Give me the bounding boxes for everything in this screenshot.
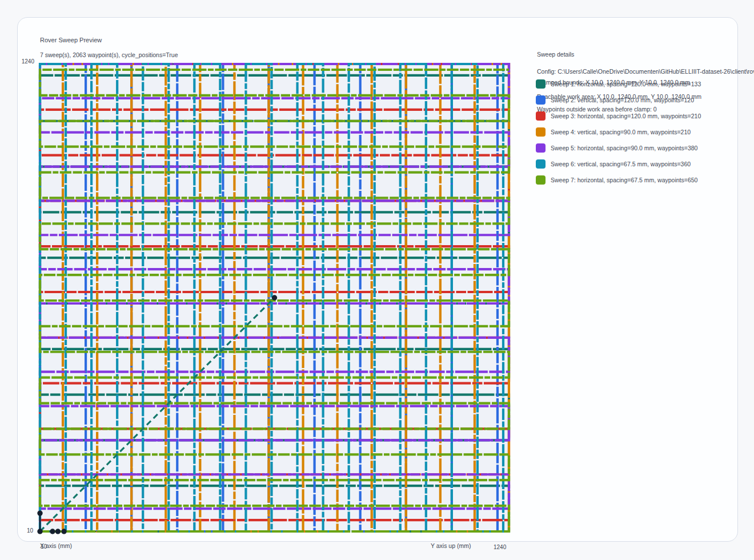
position-dot-6 [272, 295, 277, 300]
sweep-5-color-swatch [536, 143, 546, 153]
legend-item-sweep-3: Sweep 3: horizontal, spacing=120.0 mm, w… [536, 108, 730, 124]
y-axis-label: Y axis up (mm) [431, 542, 471, 549]
sweep-6-color-swatch [536, 159, 546, 169]
sweep-1-color-swatch [536, 79, 546, 89]
legend-item-sweep-1: Sweep 1: horizontal, spacing=120.0 mm, w… [536, 76, 730, 92]
legend-item-sweep-6: Sweep 6: vertical, spacing=67.5 mm, wayp… [536, 156, 730, 172]
sweep-details-title: Sweep details [537, 51, 574, 58]
position-dot-5 [61, 529, 66, 534]
sweep-5-label: Sweep 5: horizontal, spacing=90.0 mm, wa… [551, 145, 697, 151]
sweep-7-label: Sweep 7: horizontal, spacing=67.5 mm, wa… [551, 177, 697, 183]
sweep-4-color-swatch [536, 127, 546, 137]
plot-subtitle: 7 sweep(s), 2063 waypoint(s), cycle_posi… [40, 51, 178, 58]
position-dot-4 [55, 529, 61, 534]
sweep-1-label: Sweep 1: horizontal, spacing=120.0 mm, w… [551, 81, 701, 87]
sweep-3-label: Sweep 3: horizontal, spacing=120.0 mm, w… [551, 113, 701, 119]
sweep-6-label: Sweep 6: vertical, spacing=67.5 mm, wayp… [551, 161, 691, 167]
config-path-text: Config: C:\Users\Calle\OneDrive\Document… [537, 68, 754, 75]
legend-item-sweep-2: Sweep 2: vertical, spacing=120.0 mm, way… [536, 92, 730, 108]
legend-item-sweep-7: Sweep 7: horizontal, spacing=67.5 mm, wa… [536, 172, 730, 188]
page-title: Rover Sweep Preview [40, 37, 102, 43]
legend-item-sweep-5: Sweep 5: horizontal, spacing=90.0 mm, wa… [536, 140, 730, 156]
sweep-plot [35, 59, 515, 537]
x-axis-tick-max: 1240 [494, 544, 506, 550]
y-axis-tick-max: 1240 [16, 58, 34, 65]
sweep-2-color-swatch [536, 95, 546, 105]
sweep-legend: Sweep 1: horizontal, spacing=120.0 mm, w… [536, 76, 730, 188]
legend-item-sweep-4: Sweep 4: vertical, spacing=90.0 mm, wayp… [536, 124, 730, 140]
y-axis-tick-min: 10 [23, 527, 33, 534]
sweep-4-label: Sweep 4: vertical, spacing=90.0 mm, wayp… [551, 129, 691, 135]
sweep-3-color-swatch [536, 111, 546, 121]
x-axis-tick-min: 10 [41, 543, 47, 550]
sweep-7-color-swatch [536, 175, 546, 185]
sweep-2-label: Sweep 2: vertical, spacing=120.0 mm, way… [551, 97, 694, 103]
position-dot-3 [50, 529, 55, 534]
